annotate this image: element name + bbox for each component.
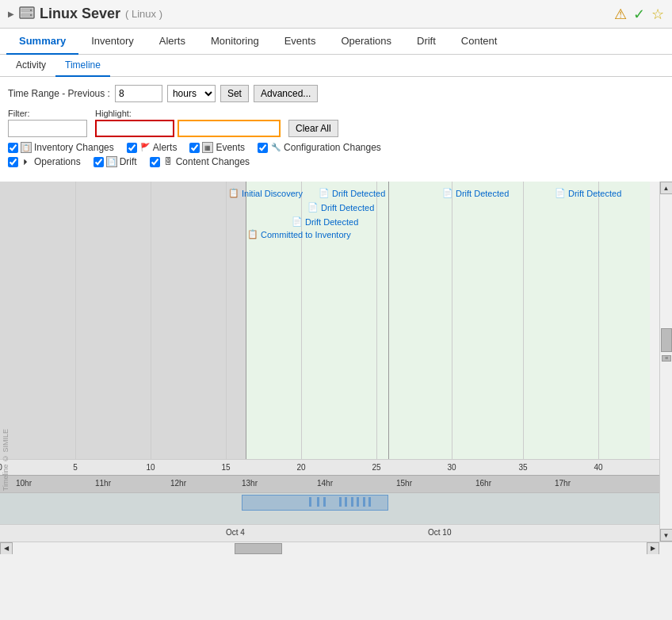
main-tabs: Summary Inventory Alerts Monitoring Even… [0, 29, 672, 55]
content-changes-label: Content Changes [176, 156, 250, 167]
axis-20: 20 [296, 463, 305, 472]
mini-timeline[interactable] [0, 492, 659, 524]
hour-12: 12hr [170, 479, 186, 488]
drift-2-link[interactable]: Drift Detected [321, 203, 374, 212]
horizontal-scrollbar: ◀ ▶ [0, 542, 672, 554]
committed-link[interactable]: Committed to Inventory [261, 230, 351, 239]
checkbox-row-2: ⏵ Operations 📄 Drift 🗄 Content Changes [8, 156, 664, 167]
drift-1-icon: 📄 [319, 188, 330, 198]
tab-events[interactable]: Events [272, 29, 329, 55]
mini-bar-4 [339, 497, 342, 507]
inv-changes-label: Inventory Changes [34, 142, 114, 153]
mini-bar-3 [323, 497, 326, 507]
checkbox-rows: 📋 Inventory Changes 🚩 Alerts ▦ Events 🔧 … [8, 142, 664, 167]
tab-inventory[interactable]: Inventory [78, 29, 146, 55]
events-icon: ▦ [202, 142, 213, 153]
server-title: Linux Sever [40, 6, 120, 22]
check-icon[interactable]: ✓ [633, 6, 645, 23]
tab-content[interactable]: Content [449, 29, 510, 55]
checkbox-drift[interactable]: 📄 Drift [94, 156, 137, 167]
tab-timeline[interactable]: Timeline [55, 55, 110, 77]
config-changes-label: Configuration Changes [284, 142, 381, 153]
event-drift-5: 📄 Drift Detected [555, 188, 621, 198]
top-header: ▶ Linux Sever ( Linux ) ⚠ ✓ ☆ [0, 0, 672, 29]
vertical-scrollbar: ▲ ≡ ▼ [659, 182, 672, 542]
scroll-right-button[interactable]: ▶ [647, 542, 659, 555]
scroll-up-button[interactable]: ▲ [660, 182, 673, 194]
advanced-button[interactable]: Advanced... [254, 85, 318, 102]
set-button[interactable]: Set [220, 85, 249, 102]
initial-discovery-icon: 📋 [228, 188, 239, 198]
checkbox-events[interactable]: ▦ Events [189, 142, 245, 153]
axis-15: 15 [221, 463, 230, 472]
highlight-red-input[interactable] [95, 120, 174, 137]
alerts-icon: 🚩 [139, 142, 151, 153]
hour-17: 17hr [555, 479, 571, 488]
date-row: Oct 4 Oct 10 [0, 524, 659, 542]
drift-2-icon: 📄 [307, 202, 319, 212]
checkbox-inv-changes[interactable]: 📋 Inventory Changes [8, 142, 114, 153]
h-scroll-thumb[interactable] [235, 543, 282, 554]
checkbox-content-changes[interactable]: 🗄 Content Changes [150, 156, 250, 167]
server-subtitle: ( Linux ) [125, 8, 162, 20]
clear-all-button[interactable]: Clear All [288, 120, 338, 137]
mini-bar-8 [363, 497, 365, 507]
tab-summary[interactable]: Summary [6, 29, 78, 55]
drift-3-link[interactable]: Drift Detected [305, 217, 358, 227]
timeline-main: 📋 Initial Discovery 📄 Drift Detected 📄 D… [0, 182, 659, 542]
h-scroll-track[interactable] [13, 542, 647, 554]
drift-4-link[interactable]: Drift Detected [456, 189, 509, 198]
checkbox-alerts[interactable]: 🚩 Alerts [127, 142, 178, 153]
tab-monitoring[interactable]: Monitoring [198, 29, 272, 55]
drift-5-link[interactable]: Drift Detected [568, 189, 621, 198]
svg-point-4 [30, 14, 32, 16]
timeline-axis-top: 0 5 10 15 20 25 30 35 40 [0, 459, 659, 475]
ops-icon: ⏵ [21, 156, 32, 167]
axis-10: 10 [146, 463, 155, 472]
warning-icon[interactable]: ⚠ [614, 6, 627, 23]
tab-drift[interactable]: Drift [404, 29, 449, 55]
drift-label: Drift [120, 156, 137, 167]
mini-highlight [242, 495, 388, 511]
axis-5: 5 [73, 463, 78, 472]
scroll-left-button[interactable]: ◀ [0, 542, 13, 555]
server-icon [19, 6, 35, 21]
operations-label: Operations [34, 156, 81, 167]
drift-1-link[interactable]: Drift Detected [332, 189, 385, 198]
time-value-input[interactable] [115, 85, 162, 102]
star-icon[interactable]: ☆ [651, 6, 664, 23]
scroll-track[interactable]: ≡ [660, 194, 672, 529]
sub-tabs: Activity Timeline [0, 55, 672, 77]
drift-icon: 📄 [106, 156, 117, 167]
timeline-inner: 📋 Initial Discovery 📄 Drift Detected 📄 D… [0, 182, 672, 542]
initial-discovery-link[interactable]: Initial Discovery [242, 189, 303, 198]
axis-30: 30 [447, 463, 456, 472]
mini-bar-9 [368, 497, 371, 507]
content-icon: 🗄 [162, 156, 174, 167]
scroll-thumb[interactable] [661, 328, 672, 352]
event-drift-3: 📄 Drift Detected [292, 216, 358, 227]
hour-11: 11hr [95, 479, 111, 488]
committed-icon: 📋 [247, 229, 258, 239]
tab-activity[interactable]: Activity [6, 55, 55, 77]
axis-40: 40 [594, 463, 602, 472]
timeline-container: 📋 Initial Discovery 📄 Drift Detected 📄 D… [0, 182, 672, 554]
checkbox-row-1: 📋 Inventory Changes 🚩 Alerts ▦ Events 🔧 … [8, 142, 664, 153]
mini-bar-7 [357, 497, 359, 507]
checkbox-config-changes[interactable]: 🔧 Configuration Changes [258, 142, 381, 153]
filter-input[interactable] [8, 120, 87, 137]
event-drift-4: 📄 Drift Detected [442, 188, 509, 198]
filter-group: Filter: [8, 109, 87, 137]
scroll-down-button[interactable]: ▼ [660, 529, 673, 542]
time-unit-select[interactable]: hours days weeks [167, 85, 216, 102]
mini-bar-6 [351, 497, 353, 507]
breadcrumb-arrow[interactable]: ▶ [8, 10, 14, 18]
tab-operations[interactable]: Operations [328, 29, 404, 55]
drag-handle[interactable]: ≡ [662, 355, 671, 362]
event-initial-discovery: 📋 Initial Discovery [228, 188, 303, 198]
axis-25: 25 [372, 463, 380, 472]
highlight-label: Highlight: [95, 109, 281, 118]
checkbox-operations[interactable]: ⏵ Operations [8, 156, 81, 167]
tab-alerts[interactable]: Alerts [147, 29, 198, 55]
highlight-orange-input[interactable] [178, 120, 281, 137]
